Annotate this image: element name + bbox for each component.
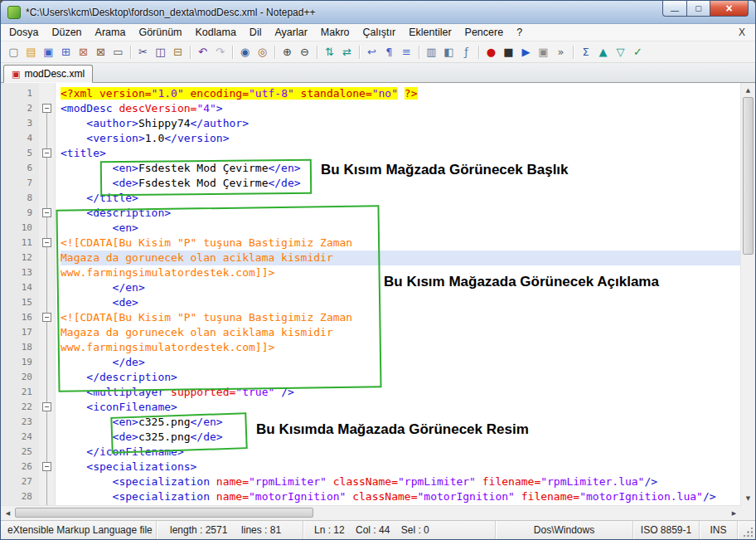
paste-icon[interactable]: ⊟ <box>170 43 186 61</box>
spell-check-icon[interactable]: ✓ <box>630 43 646 61</box>
fold-marker-line-22[interactable] <box>42 402 51 411</box>
play-macro-icon[interactable]: ▶ <box>518 43 534 61</box>
code-line-2[interactable]: <modDesc descVersion="4"> <box>61 101 740 116</box>
save-icon[interactable]: ▣ <box>41 43 56 61</box>
code-line-15[interactable]: <de> <box>61 295 740 310</box>
copy-icon[interactable]: ◫ <box>153 43 168 61</box>
line-number-4[interactable]: 4 <box>1 131 39 146</box>
line-number-23[interactable]: 23 <box>1 415 39 430</box>
menu-item-5[interactable]: Kodlama <box>189 24 243 41</box>
line-number-3[interactable]: 3 <box>1 116 39 131</box>
menu-item-8[interactable]: Makro <box>314 24 356 41</box>
menu-item-7[interactable]: Ayarlar <box>268 24 313 41</box>
menu-item-6[interactable]: Dil <box>243 24 269 41</box>
fold-marker-line-16[interactable] <box>42 313 51 322</box>
close-file-icon[interactable]: ⊠ <box>75 43 91 61</box>
code-line-11[interactable]: <![CDATA[Bu Kisim "P" tuşuna Bastigimiz … <box>61 236 740 251</box>
code-line-7[interactable]: <de>Fsdestek Mod Çevirme</de> <box>61 176 740 191</box>
line-number-22[interactable]: 22 <box>1 400 39 415</box>
replace-icon[interactable]: ◎ <box>254 43 270 61</box>
line-number-8[interactable]: 8 <box>1 191 39 206</box>
maximize-button[interactable]: ▢ <box>687 1 710 17</box>
zoom-out-icon[interactable]: ⊖ <box>297 43 313 61</box>
fold-marker-line-9[interactable] <box>42 208 51 217</box>
indent-guide-icon[interactable]: ≡ <box>399 43 414 61</box>
open-folder-icon[interactable]: ▤ <box>23 43 39 61</box>
code-line-20[interactable]: </description> <box>61 370 740 385</box>
code-line-10[interactable]: <en> <box>61 221 740 236</box>
doc-map-icon[interactable]: ◧ <box>441 43 457 61</box>
code-line-3[interactable]: <author>Shippy74</author> <box>61 116 740 131</box>
cut-icon[interactable]: ✂ <box>135 43 151 61</box>
sum-icon[interactable]: Σ <box>578 43 594 61</box>
scroll-right-icon[interactable]: ▶ <box>727 506 741 520</box>
fold-marker-line-2[interactable] <box>42 104 51 113</box>
menu-item-9[interactable]: Çalıştır <box>356 24 403 41</box>
function-list-icon[interactable]: ƒ <box>458 43 474 61</box>
titlebar[interactable]: *C:\Users\kcm\Desktop\fordson_dexta\modD… <box>1 1 755 24</box>
menu-item-2[interactable]: Düzen <box>45 24 88 41</box>
code-line-23[interactable]: <en>c325.png</en> <box>61 415 740 430</box>
menu-item-3[interactable]: Arama <box>89 24 133 41</box>
close-all-icon[interactable]: ⊠ <box>93 43 109 61</box>
menubar-close-button[interactable]: X <box>735 24 749 41</box>
vertical-scrollbar-thumb[interactable] <box>743 97 754 255</box>
code-line-1[interactable]: <?xml version="1.0" encoding="utf-8" sta… <box>61 86 740 101</box>
code-line-12[interactable]: Magaza da gorunecek olan aciklama kismid… <box>61 251 740 265</box>
resize-grip[interactable] <box>738 521 755 539</box>
line-number-19[interactable]: 19 <box>1 355 39 370</box>
line-number-17[interactable]: 17 <box>1 325 39 340</box>
code-line-28[interactable]: <specialization name="motorIgnition" cla… <box>61 489 740 504</box>
line-number-26[interactable]: 26 <box>1 460 39 474</box>
fold-marker-line-11[interactable] <box>42 238 51 247</box>
word-wrap-icon[interactable]: ↩ <box>364 43 380 61</box>
line-number-2[interactable]: 2 <box>1 101 39 116</box>
code-line-24[interactable]: <de>c325.png</de> <box>61 430 740 445</box>
fold-marker-line-26[interactable] <box>42 462 51 471</box>
code-line-26[interactable]: <specializations> <box>61 460 740 474</box>
line-number-6[interactable]: 6 <box>1 161 39 176</box>
horizontal-scrollbar[interactable]: ◀ ▶ <box>1 505 741 520</box>
line-number-12[interactable]: 12 <box>1 251 39 265</box>
tab-moddesc-xml[interactable]: ▣ modDesc.xml <box>3 65 93 83</box>
code-line-14[interactable]: </en> <box>61 280 740 295</box>
line-number-28[interactable]: 28 <box>1 489 39 504</box>
code-line-21[interactable]: <multiplayer supported="true" /> <box>61 385 740 400</box>
menu-item-11[interactable]: Pencere <box>458 24 511 41</box>
code-line-25[interactable]: </iconFilename> <box>61 445 740 460</box>
stop-macro-icon[interactable]: ■ <box>501 43 516 61</box>
code-line-8[interactable]: </title> <box>61 191 740 206</box>
scroll-left-icon[interactable]: ◀ <box>1 506 15 520</box>
fold-marker-line-5[interactable] <box>42 148 51 158</box>
line-number-27[interactable]: 27 <box>1 474 39 489</box>
code-line-19[interactable]: </de> <box>61 355 740 370</box>
line-number-24[interactable]: 24 <box>1 430 39 445</box>
code-line-17[interactable]: Magaza da gorunecek olan aciklama kismid… <box>61 325 740 340</box>
find-icon[interactable]: ◉ <box>237 43 253 61</box>
horizontal-scrollbar-thumb[interactable] <box>15 508 313 518</box>
save-macro-icon[interactable]: ▣ <box>536 43 551 61</box>
line-number-5[interactable]: 5 <box>1 146 39 161</box>
code-line-4[interactable]: <version>1.0</version> <box>61 131 740 146</box>
scroll-up-icon[interactable]: ▲ <box>741 83 755 97</box>
record-macro-icon[interactable]: ● <box>483 43 499 61</box>
sort-ascending-icon[interactable]: ▲ <box>595 43 611 61</box>
show-all-chars-icon[interactable]: ¶ <box>381 43 397 61</box>
print-icon[interactable]: ▭ <box>110 43 126 61</box>
menu-item-1[interactable]: Dosya <box>2 24 45 41</box>
code-line-16[interactable]: <![CDATA[Bu Kisim "P" tuşuna Bastigimiz … <box>61 310 740 325</box>
code-line-18[interactable]: www.farmingsimulatordestek.com]]> <box>61 340 740 355</box>
menu-item-12[interactable]: ? <box>510 24 529 41</box>
code-line-6[interactable]: <en>Fsdestek Mod Çevirme</en> <box>61 161 740 176</box>
scroll-down-icon[interactable]: ▼ <box>741 491 755 505</box>
line-number-1[interactable]: 1 <box>1 86 39 101</box>
line-number-9[interactable]: 9 <box>1 206 39 221</box>
menu-item-4[interactable]: Görünüm <box>132 24 188 41</box>
line-number-15[interactable]: 15 <box>1 295 39 310</box>
save-all-icon[interactable]: ⊞ <box>58 43 74 61</box>
line-number-20[interactable]: 20 <box>1 370 39 385</box>
redo-icon[interactable]: ↷ <box>212 43 228 61</box>
line-number-7[interactable]: 7 <box>1 176 39 191</box>
zoom-in-icon[interactable]: ⊕ <box>279 43 295 61</box>
line-number-25[interactable]: 25 <box>1 445 39 460</box>
